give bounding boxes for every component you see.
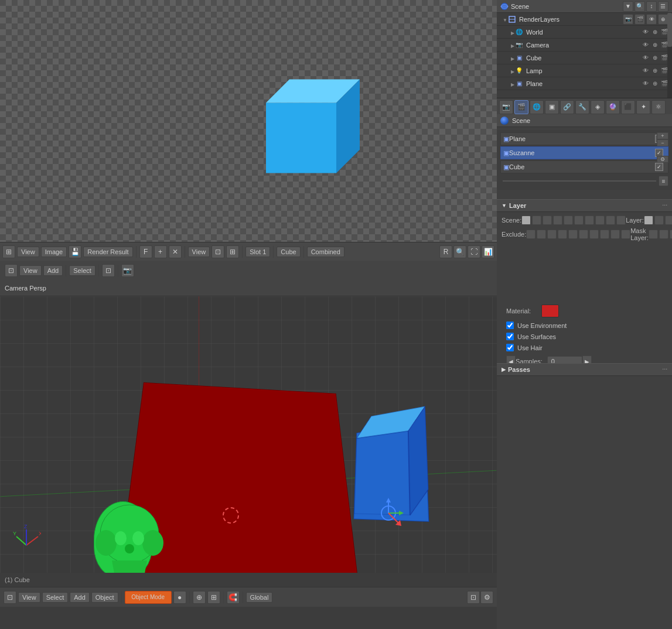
pivot-icon[interactable]: ⊕ [193, 591, 206, 604]
render-result-btn[interactable]: Render Result [83, 247, 132, 257]
crop-icon[interactable]: ⛶ [468, 245, 480, 258]
outliner-item-cube[interactable]: ▣ Cube 👁 ⊕ 🎬 [497, 52, 672, 64]
lamp-eye-icon[interactable]: 👁 [642, 67, 650, 75]
vp-select-btn2[interactable]: Select [42, 592, 69, 603]
scene-dot-10[interactable] [616, 216, 626, 225]
scene-dot-5[interactable] [564, 216, 573, 225]
rl-render-icon[interactable]: 🎬 [635, 14, 645, 25]
outliner-item-renderlayers[interactable]: RenderLayers 📷 🎬 👁 ⊕ [497, 13, 672, 26]
properties-icon[interactable]: ⚙ [480, 591, 493, 604]
exclude-dot-5[interactable] [568, 230, 578, 239]
use-hair-checkbox[interactable] [506, 344, 514, 351]
outliner-filter-icon[interactable]: ▼ [623, 1, 633, 12]
use-environment-checkbox[interactable] [506, 322, 514, 329]
object-filter-btn[interactable]: Cube [277, 247, 300, 257]
vp-add-btn2[interactable]: Add [70, 592, 90, 603]
exclude-dot-4[interactable] [558, 230, 567, 239]
combined-btn[interactable]: Combined [307, 247, 344, 257]
layer-dot-2[interactable] [654, 216, 664, 225]
constraint-prop-icon[interactable]: 🔗 [560, 100, 574, 114]
exclude-dot-7[interactable] [589, 230, 599, 239]
channels-icon[interactable]: R [439, 245, 452, 258]
mask-dot-1[interactable] [649, 230, 658, 239]
exclude-dot-10[interactable] [621, 230, 630, 239]
outliner-item-world[interactable]: 🌐 World 👁 ⊕ 🎬 [497, 26, 672, 39]
scene-dot-3[interactable] [543, 216, 552, 225]
exclude-dot-2[interactable] [537, 230, 546, 239]
outliner-extra-icon[interactable]: ☰ [658, 1, 668, 12]
world-eye-icon[interactable]: 👁 [642, 28, 650, 36]
rl-camera-icon[interactable]: 📷 [623, 14, 633, 25]
save-icon[interactable]: 💾 [69, 245, 81, 258]
cube-cursor-icon[interactable]: ⊕ [651, 54, 659, 62]
rl-cube-check[interactable]: ✓ [655, 163, 663, 171]
rl-row-suzanne[interactable]: ▣ Suzanne ✓ [500, 146, 668, 159]
exclude-dot-8[interactable] [600, 230, 609, 239]
vp-monkey-object[interactable] [94, 501, 152, 577]
rl-row-cube[interactable]: ▣ Cube ✓ [500, 160, 668, 173]
camera-eye-icon[interactable]: 👁 [642, 41, 650, 49]
outliner-item-camera[interactable]: 📷 Camera 👁 ⊕ 🎬 [497, 39, 672, 52]
manipulator-icon[interactable]: ⊞ [207, 591, 220, 604]
outliner-sync-icon[interactable]: ↕ [646, 1, 657, 12]
fullscreen-icon[interactable]: ⊞ [226, 245, 239, 258]
lamp-cursor-icon[interactable]: ⊕ [651, 67, 659, 75]
scene-dot-8[interactable] [595, 216, 605, 225]
particle-prop-icon[interactable]: ✦ [636, 100, 650, 114]
render-prop-icon[interactable]: 📷 [499, 100, 513, 114]
remove-render-btn[interactable]: ✕ [169, 245, 182, 258]
render-mode-icon[interactable]: ⊞ [2, 245, 15, 258]
view-btn2[interactable]: View [188, 247, 210, 257]
world-cursor-icon[interactable]: ⊕ [651, 28, 659, 36]
use-surfaces-checkbox[interactable] [506, 333, 514, 340]
scene-dot-9[interactable] [606, 216, 615, 225]
rl-eye-icon[interactable]: 👁 [646, 14, 657, 25]
exclude-dot-9[interactable] [610, 230, 620, 239]
scene-dot-4[interactable] [553, 216, 562, 225]
mask-dot-3[interactable] [670, 230, 672, 239]
vp-icon[interactable]: ⊡ [5, 264, 18, 277]
vp-select-btn[interactable]: Select [69, 265, 95, 276]
plane-cursor-icon[interactable]: ⊕ [651, 80, 659, 88]
texture-prop-icon[interactable]: ⬛ [621, 100, 635, 114]
vp-object-btn[interactable]: Object [91, 592, 118, 603]
rl-remove-btn[interactable]: − [657, 139, 668, 146]
snap-icon[interactable]: 🧲 [227, 591, 240, 604]
plane-eye-icon[interactable]: 👁 [642, 80, 650, 88]
passes-menu-icon[interactable]: ⋯ [662, 367, 667, 372]
image-menu-btn[interactable]: Image [41, 247, 67, 257]
scene-dot-2[interactable] [532, 216, 541, 225]
add-render-btn[interactable]: + [154, 245, 167, 258]
histogram-icon[interactable]: 📊 [482, 245, 494, 258]
layer-dot-1[interactable] [644, 216, 653, 225]
outliner-search-icon[interactable]: 🔍 [635, 1, 645, 12]
rl-add-btn[interactable]: + [657, 132, 668, 139]
layer-dot-3[interactable] [665, 216, 672, 225]
zoom-icon[interactable]: 🔍 [453, 245, 466, 258]
scene-prop-icon[interactable]: 🎬 [514, 100, 528, 114]
rl-equalizer-icon[interactable]: ≡ [659, 176, 668, 186]
layer-visibility-icon[interactable]: ⊡ [467, 591, 480, 604]
shading-solid-btn[interactable]: ● [173, 591, 186, 604]
view-menu-btn[interactable]: View [17, 247, 39, 257]
material-prop-icon[interactable]: 🔮 [606, 100, 620, 114]
exclude-dot-1[interactable] [526, 230, 535, 239]
world-prop-icon[interactable]: 🌐 [530, 100, 544, 114]
rl-settings-btn[interactable]: ⚙ [657, 156, 668, 163]
physics-prop-icon[interactable]: ⚛ [651, 100, 666, 114]
vp-zoom-icon[interactable]: ⊡ [102, 264, 115, 277]
outliner-scrollbar[interactable] [667, 13, 672, 98]
vp-camera-icon[interactable]: 📷 [121, 264, 134, 277]
cube-eye-icon[interactable]: 👁 [642, 54, 650, 62]
scene-dot-7[interactable] [585, 216, 594, 225]
data-prop-icon[interactable]: ◈ [591, 100, 605, 114]
camera-cursor-icon[interactable]: ⊕ [651, 41, 659, 49]
exclude-dot-6[interactable] [579, 230, 588, 239]
vp-add-btn[interactable]: Add [43, 265, 63, 276]
vp-view-btn[interactable]: View [19, 265, 42, 276]
object-mode-btn[interactable]: Object Mode [125, 591, 172, 604]
exclude-dot-3[interactable] [547, 230, 557, 239]
rl-row-plane[interactable]: ▣ Plane ✓ [500, 132, 668, 145]
scene-dot-6[interactable] [574, 216, 584, 225]
layer-section-header[interactable]: ▼ Layer ⋯ [497, 199, 672, 212]
